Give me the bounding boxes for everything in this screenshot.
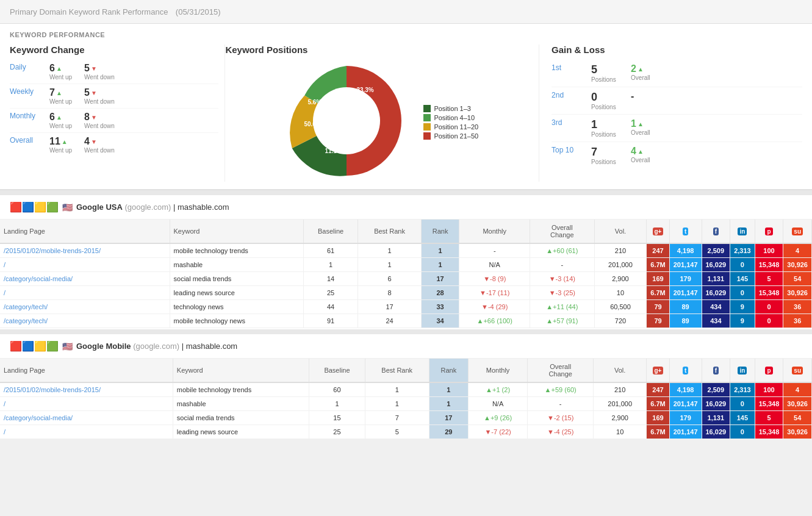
cell-stumble: 36 — [783, 314, 812, 328]
th-m-pinterest: p — [755, 359, 783, 382]
google-mobile-tbody: /2015/01/02/mobile-trends-2015/ mobile t… — [0, 382, 812, 439]
cell-linkedin: 2,313 — [730, 382, 755, 397]
kc-label-monthly[interactable]: Monthly — [10, 112, 49, 120]
cell-vol: 210 — [594, 382, 647, 397]
kc-row-weekly: Weekly 7▲ Went up 5▼ Went down — [10, 84, 218, 109]
cell-pinterest: 5 — [755, 272, 783, 286]
cell-stumble: 30,926 — [783, 425, 812, 439]
cell-baseline: 1 — [303, 258, 357, 272]
cell-vol: 2,900 — [594, 411, 647, 425]
gl-pos-2nd: 0 Positions — [591, 91, 625, 110]
cell-landing: / — [0, 286, 170, 300]
chart-legend: Position 1–3 Position 4–10 Position 11–2… — [417, 105, 478, 142]
cell-stumble: 4 — [783, 243, 812, 258]
legend-color-1-3 — [423, 105, 431, 112]
gl-row-2nd: 2nd 0 Positions - — [552, 87, 802, 115]
table-row: /2015/01/02/mobile-trends-2015/ mobile t… — [0, 382, 812, 397]
kc-up-daily: 6▲ Went up — [49, 63, 72, 81]
cell-stumble: 30,926 — [783, 286, 812, 300]
th-m-vol: Vol. — [594, 359, 647, 382]
cell-best-rank: 6 — [358, 272, 421, 286]
cell-pinterest: 100 — [755, 382, 783, 397]
cell-monthly: - — [459, 243, 530, 258]
cell-baseline: 1 — [309, 397, 365, 411]
cell-landing: /category/social-media/ — [0, 272, 170, 286]
cell-best-rank: 5 — [365, 425, 429, 439]
th-twitter: t — [669, 220, 702, 243]
keyword-positions-col: Keyword Positions — [225, 45, 539, 182]
cell-keyword: mobile technology trends — [170, 243, 303, 258]
cell-monthly: ▼-4 (29) — [459, 300, 530, 314]
kc-up-weekly: 7▲ Went up — [49, 87, 72, 105]
cell-vol: 201,000 — [594, 258, 647, 272]
cell-vol: 2,900 — [594, 272, 647, 286]
gain-loss-col: Gain & Loss 1st 5 Positions 2▲ Overall — [539, 45, 802, 182]
cell-keyword: mashable — [173, 397, 309, 411]
cell-gplus: 169 — [647, 272, 669, 286]
cell-linkedin: 9 — [730, 314, 755, 328]
cell-landing: /2015/01/02/mobile-trends-2015/ — [0, 243, 170, 258]
cell-vol: 60,500 — [594, 300, 647, 314]
google-mobile-section: 🟥🟦🟨🟩 🇺🇸 Google Mobile (google.com) | mas… — [0, 334, 812, 439]
th-vol: Vol. — [594, 220, 647, 243]
cell-stumble: 54 — [783, 411, 812, 425]
cell-baseline: 91 — [303, 314, 357, 328]
keyword-performance-section: KEYWORD PERFORMANCE Keyword Change Daily… — [0, 24, 812, 190]
cell-twitter: 201,147 — [669, 258, 702, 272]
cell-vol: 201,000 — [594, 397, 647, 411]
cell-landing: / — [0, 425, 173, 439]
kc-down-overall: 4▼ Went down — [84, 136, 115, 154]
cell-linkedin: 0 — [730, 258, 755, 272]
kc-label-overall[interactable]: Overall — [10, 136, 49, 145]
kc-up-overall: 11▲ Went up — [49, 136, 72, 154]
kc-row-daily: Daily 6▲ Went up 5▼ Went down — [10, 60, 218, 84]
legend-item-21-50: Position 21–50 — [423, 132, 478, 140]
cell-linkedin: 0 — [730, 286, 755, 300]
cell-facebook: 16,029 — [702, 425, 730, 439]
th-m-overall-change: OverallChange — [528, 359, 594, 382]
cell-twitter: 201,147 — [669, 397, 702, 411]
cell-facebook: 1,131 — [702, 272, 730, 286]
divider-2 — [0, 329, 812, 334]
google-usa-header: 🟥🟦🟨🟩 🇺🇸 Google USA (google.com) | mashab… — [0, 195, 812, 220]
cell-keyword: leading news source — [173, 425, 309, 439]
th-m-keyword: Keyword — [173, 359, 309, 382]
kc-up-monthly: 6▲ Went up — [49, 112, 72, 129]
cell-twitter: 4,198 — [669, 382, 702, 397]
th-linkedin: in — [730, 220, 755, 243]
cell-twitter: 89 — [669, 314, 702, 328]
keyword-positions-title: Keyword Positions — [225, 45, 307, 55]
cell-overall: ▲+59 (60) — [528, 382, 594, 397]
keyword-change-col: Keyword Change Daily 6▲ Went up 5▼ Went … — [10, 45, 225, 182]
cell-monthly: ▼-8 (9) — [459, 272, 530, 286]
cell-facebook: 16,029 — [702, 258, 730, 272]
cell-monthly: ▲+1 (2) — [468, 382, 528, 397]
th-monthly: Monthly — [459, 220, 530, 243]
cell-stumble: 54 — [783, 272, 812, 286]
gl-overall-top10: 4▲ Overall — [631, 146, 661, 163]
kp-section-title: KEYWORD PERFORMANCE — [10, 31, 802, 38]
legend-item-1-3: Position 1–3 — [423, 105, 478, 112]
cell-landing: /2015/01/02/mobile-trends-2015/ — [0, 382, 173, 397]
kc-label-weekly[interactable]: Weekly — [10, 87, 49, 96]
table-row: / leading news source 25 8 28 ▼-17 (11) … — [0, 286, 812, 300]
gl-pos-1st: 5 Positions — [591, 63, 625, 83]
kc-label-daily[interactable]: Daily — [10, 63, 49, 71]
legend-label-11-20: Position 11–20 — [434, 123, 478, 131]
kc-row-monthly: Monthly 6▲ Went up 8▼ Went down — [10, 109, 218, 133]
th-m-monthly: Monthly — [468, 359, 528, 382]
gl-pos-3rd: 1 Positions — [591, 118, 625, 138]
cell-twitter: 179 — [669, 411, 702, 425]
cell-monthly: N/A — [468, 397, 528, 411]
cell-rank: 17 — [421, 272, 459, 286]
cell-landing: /category/tech/ — [0, 300, 170, 314]
legend-color-11-20 — [423, 123, 431, 131]
cell-overall: - — [530, 258, 595, 272]
cell-rank: 1 — [429, 397, 468, 411]
cell-landing: / — [0, 397, 173, 411]
page-wrapper: Primary Domain Keyword Rank Performance … — [0, 0, 812, 439]
th-landing: Landing Page — [0, 220, 170, 243]
cell-pinterest: 15,348 — [755, 425, 783, 439]
table-row: / leading news source 25 5 29 ▼-7 (22) ▼… — [0, 425, 812, 439]
google-usa-tbody: /2015/01/02/mobile-trends-2015/ mobile t… — [0, 243, 812, 328]
